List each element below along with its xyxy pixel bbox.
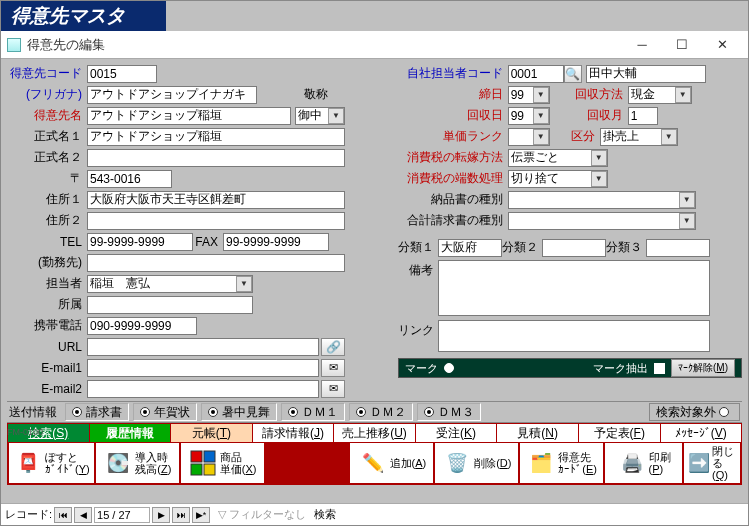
tel-label: TEL — [7, 235, 87, 249]
record-pos-input[interactable] — [94, 507, 150, 523]
email2-input[interactable] — [87, 380, 319, 398]
cust-code-input[interactable] — [87, 65, 157, 83]
furigana-input[interactable] — [87, 86, 257, 104]
tab-message[interactable]: ﾒｯｾｰｼﾞ(V) — [661, 423, 743, 443]
tanto-combo[interactable]: 稲垣 憲弘▼ — [87, 275, 253, 293]
email1-send-button[interactable]: ✉ — [321, 359, 345, 377]
close-button[interactable]: ✕ — [702, 33, 742, 57]
rep-name-input[interactable] — [586, 65, 706, 83]
shohin-tanka-button[interactable]: 商品単価(X) — [181, 443, 266, 485]
tsuika-button[interactable]: ✏️ 追加(A) — [350, 443, 435, 485]
kaishuhoho-combo[interactable]: 現金▼ — [628, 86, 692, 104]
cat2-label: 分類２ — [502, 239, 542, 256]
send-invoice-radio[interactable]: 請求書 — [65, 403, 129, 421]
nav-new-button[interactable]: ▶* — [192, 507, 210, 523]
close-form-button[interactable]: ➡️ 閉じる(Q) — [684, 443, 742, 485]
post-guide-button[interactable]: 📮 ぽすとｶﾞｲﾄﾞ(Y) — [7, 443, 96, 485]
addr2-input[interactable] — [87, 212, 345, 230]
nav-prev-button[interactable]: ◀ — [74, 507, 92, 523]
goukei-combo[interactable]: ▼ — [508, 212, 696, 230]
tanka-label: 単価ランク — [398, 128, 508, 145]
cust-name-input[interactable] — [87, 107, 291, 125]
status-search-label[interactable]: 検索 — [314, 507, 336, 522]
cat1-input[interactable] — [438, 239, 502, 257]
rep-lookup-button[interactable]: 🔍 — [564, 65, 582, 83]
send-dm1-radio[interactable]: ＤＭ１ — [281, 403, 345, 421]
tab-seikyu[interactable]: 請求情報(J) — [253, 423, 335, 443]
email1-input[interactable] — [87, 359, 319, 377]
chevron-down-icon[interactable]: ▼ — [591, 171, 607, 187]
mark-clear-button[interactable]: ﾏｰｸ解除(M) — [671, 359, 735, 377]
rep-code-input[interactable] — [508, 65, 564, 83]
window-header: 得意先の編集 ─ ☐ ✕ — [1, 31, 748, 59]
tab-mitsumori[interactable]: 見積(N) — [497, 423, 579, 443]
seimei2-input[interactable] — [87, 149, 345, 167]
chevron-down-icon[interactable]: ▼ — [328, 108, 344, 124]
zandaka-button[interactable]: 💽 導入時残高(Z) — [96, 443, 181, 485]
chevron-down-icon[interactable]: ▼ — [533, 129, 549, 145]
printer-icon: 🖨️ — [617, 448, 647, 478]
tab-uriage[interactable]: 売上推移(U) — [334, 423, 416, 443]
send-dm2-radio[interactable]: ＤＭ２ — [349, 403, 413, 421]
card-button[interactable]: 🗂️ 得意先ｶｰﾄﾞ(E) — [520, 443, 605, 485]
toolbar: 📮 ぽすとｶﾞｲﾄﾞ(Y) 💽 導入時残高(Z) 商品単価(X) ✏️ 追加(A… — [7, 443, 742, 485]
mark-radio[interactable] — [444, 363, 454, 373]
send-dm3-radio[interactable]: ＤＭ３ — [417, 403, 481, 421]
minimize-button[interactable]: ─ — [622, 33, 662, 57]
maximize-button[interactable]: ☐ — [662, 33, 702, 57]
chevron-down-icon[interactable]: ▼ — [533, 108, 549, 124]
email2-send-button[interactable]: ✉ — [321, 380, 345, 398]
kubun-combo[interactable]: 掛売上▼ — [600, 128, 678, 146]
chevron-down-icon[interactable]: ▼ — [675, 87, 691, 103]
keisho-combo[interactable]: 御中▼ — [295, 107, 345, 125]
keitai-label: 携帯電話 — [7, 317, 87, 334]
biko-textarea[interactable] — [438, 260, 710, 316]
cat3-input[interactable] — [646, 239, 710, 257]
tanto-label: 担当者 — [7, 275, 87, 292]
zip-input[interactable] — [87, 170, 172, 188]
nav-last-button[interactable]: ⏭ — [172, 507, 190, 523]
chevron-down-icon[interactable]: ▼ — [533, 87, 549, 103]
status-bar: レコード: ⏮ ◀ ▶ ⏭ ▶* ▽フィルターなし 検索 — [1, 503, 748, 525]
goukei-label: 合計請求書の種別 — [398, 212, 508, 229]
chevron-down-icon[interactable]: ▼ — [661, 129, 677, 145]
shozoku-input[interactable] — [87, 296, 253, 314]
mark-extract-checkbox[interactable] — [654, 363, 665, 374]
tax-hasuu-combo[interactable]: 切り捨て▼ — [508, 170, 608, 188]
filter-indicator[interactable]: ▽フィルターなし — [218, 507, 306, 522]
kinmu-input[interactable] — [87, 254, 345, 272]
shime-combo[interactable]: 99▼ — [508, 86, 550, 104]
nav-first-button[interactable]: ⏮ — [54, 507, 72, 523]
chevron-down-icon[interactable]: ▼ — [591, 150, 607, 166]
kaishubi-combo[interactable]: 99▼ — [508, 107, 550, 125]
kaishutsuki-input[interactable] — [628, 107, 658, 125]
chevron-down-icon[interactable]: ▼ — [679, 213, 695, 229]
sakujo-button[interactable]: 🗑️ 削除(D) — [435, 443, 520, 485]
tab-rireki[interactable]: 履歴情報 — [90, 423, 172, 443]
tab-juchu[interactable]: 受注(K) — [416, 423, 498, 443]
search-exclude-radio[interactable]: 検索対象外 — [649, 403, 740, 421]
nav-next-button[interactable]: ▶ — [152, 507, 170, 523]
addr1-label: 住所１ — [7, 191, 87, 208]
addr1-input[interactable] — [87, 191, 345, 209]
url-open-button[interactable]: 🔗 — [321, 338, 345, 356]
send-nenga-radio[interactable]: 年賀状 — [133, 403, 197, 421]
tab-yotei[interactable]: 予定表(F) — [579, 423, 661, 443]
fax-input[interactable] — [223, 233, 329, 251]
url-input[interactable] — [87, 338, 319, 356]
nohin-combo[interactable]: ▼ — [508, 191, 696, 209]
window-title: 得意先の編集 — [27, 36, 622, 54]
send-shochu-radio[interactable]: 暑中見舞 — [201, 403, 277, 421]
tel-input[interactable] — [87, 233, 193, 251]
chevron-down-icon[interactable]: ▼ — [679, 192, 695, 208]
print-button[interactable]: 🖨️ 印刷(P) — [605, 443, 684, 485]
cat2-input[interactable] — [542, 239, 606, 257]
tab-motocho[interactable]: 元帳(T) — [171, 423, 253, 443]
tax-tenka-combo[interactable]: 伝票ごと▼ — [508, 149, 608, 167]
keitai-input[interactable] — [87, 317, 197, 335]
seimei1-input[interactable] — [87, 128, 345, 146]
chevron-down-icon[interactable]: ▼ — [236, 276, 252, 292]
addr2-label: 住所２ — [7, 212, 87, 229]
tanka-combo[interactable]: ▼ — [508, 128, 550, 146]
link-textarea[interactable] — [438, 320, 710, 352]
